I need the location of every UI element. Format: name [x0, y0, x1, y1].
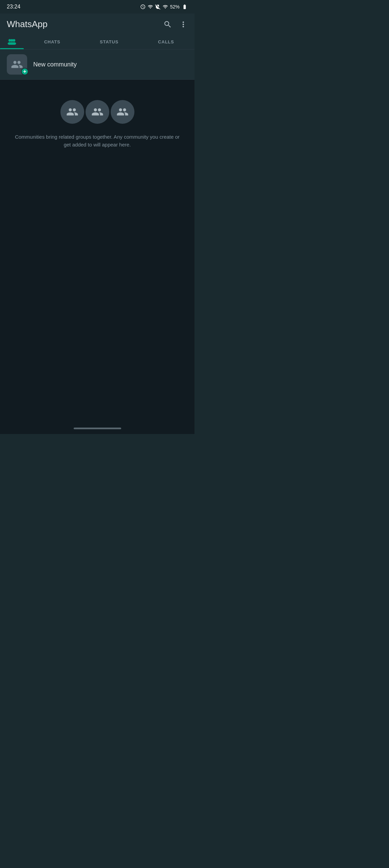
more-options-icon	[179, 20, 188, 29]
search-icon	[163, 20, 172, 29]
app-title: WhatsApp	[7, 19, 48, 29]
svg-point-5	[10, 42, 14, 45]
empty-icon-circle-3	[111, 100, 134, 124]
community-group-icon	[11, 58, 23, 71]
empty-icon-circle-2	[86, 100, 109, 124]
signal-icon-2	[163, 4, 168, 9]
app-header: WhatsApp	[0, 14, 194, 33]
empty-state-text: Communities bring related groups togethe…	[14, 133, 181, 149]
battery-level: 52%	[170, 4, 180, 9]
tab-calls[interactable]: CALLS	[137, 35, 194, 48]
header-icons	[163, 20, 188, 29]
empty-icon-circle-1	[60, 100, 84, 124]
status-bar: 23:24 52%	[0, 0, 194, 14]
tab-active-indicator	[0, 48, 24, 49]
status-icons: 52%	[140, 4, 188, 9]
tabs-bar: CHATS STATUS CALLS	[0, 33, 194, 50]
community-plus-badge: +	[21, 68, 29, 75]
tab-chats-label: CHATS	[44, 39, 60, 44]
signal-icon-1	[155, 4, 161, 9]
communities-icon	[7, 38, 17, 46]
empty-state: Communities bring related groups togethe…	[0, 80, 194, 162]
tab-status-label: STATUS	[100, 39, 118, 44]
new-community-row[interactable]: + New community	[0, 50, 194, 80]
svg-point-2	[11, 39, 13, 42]
empty-icons-row	[60, 100, 134, 124]
empty-group-icon-3	[116, 106, 129, 118]
wifi-icon	[148, 4, 153, 9]
more-options-button[interactable]	[179, 20, 188, 29]
community-icon-wrapper: +	[7, 54, 27, 75]
status-time: 23:24	[7, 4, 20, 10]
empty-group-icon-2	[91, 106, 104, 118]
tab-chats[interactable]: CHATS	[24, 35, 81, 48]
tab-communities[interactable]	[0, 33, 24, 49]
main-content-area	[0, 162, 194, 434]
search-button[interactable]	[163, 20, 172, 29]
alarm-icon	[140, 4, 146, 9]
tab-calls-label: CALLS	[158, 39, 174, 44]
tab-status[interactable]: STATUS	[81, 35, 138, 48]
empty-group-icon-1	[66, 106, 78, 118]
new-community-label: New community	[33, 61, 77, 68]
bottom-indicator	[74, 428, 121, 429]
battery-icon	[182, 4, 188, 9]
